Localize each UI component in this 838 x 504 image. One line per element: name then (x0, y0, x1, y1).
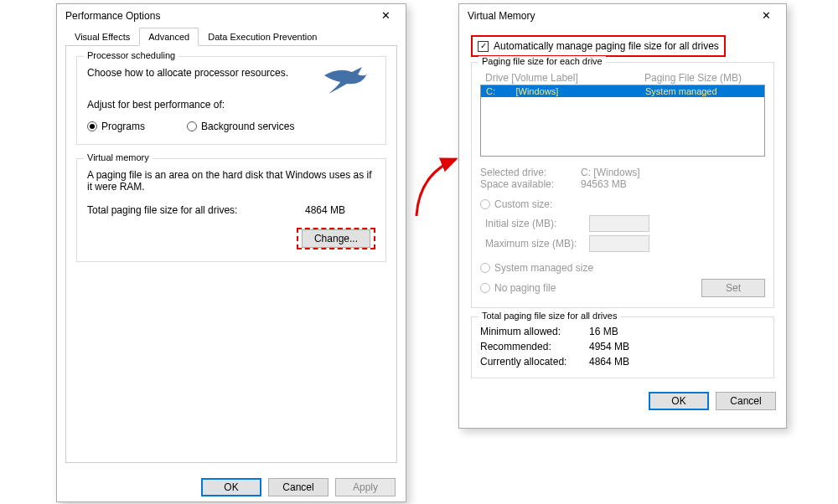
apply-button: Apply (335, 478, 396, 496)
recommended-label: Recommended: (480, 341, 589, 352)
group-title: Paging file size for each drive (478, 56, 606, 66)
space-available-label: Space available: (480, 178, 581, 190)
radio-background[interactable]: Background services (187, 121, 294, 132)
dialog-title: Performance Options (65, 10, 160, 22)
space-available-value: 94563 MB (581, 178, 627, 190)
ok-button[interactable]: OK (201, 478, 261, 496)
no-paging-label: No paging file (494, 282, 556, 294)
advanced-panel: Processor scheduling Choose how to alloc… (65, 46, 397, 463)
maximum-size-label: Maximum size (MB): (480, 238, 589, 249)
group-title: Processor scheduling (84, 50, 178, 60)
change-button[interactable]: Change... (302, 229, 370, 248)
min-allowed-value: 16 MB (589, 326, 618, 337)
radio-dot-icon (187, 121, 197, 131)
dialog-buttons: OK Cancel Apply (57, 471, 406, 504)
group-title: Virtual memory (84, 152, 153, 162)
radio-programs[interactable]: Programs (87, 121, 145, 132)
radio-system-managed: System managed size (480, 262, 765, 274)
adjust-label: Adjust for best performance of: (87, 99, 375, 111)
maximum-size-input (589, 235, 649, 252)
paging-per-drive-group: Paging file size for each drive Drive [V… (471, 62, 774, 308)
custom-size-label: Custom size: (494, 198, 552, 210)
min-allowed-label: Minimum allowed: (480, 326, 589, 337)
titlebar: Performance Options ✕ (57, 4, 406, 27)
tabstrip: Visual Effects Advanced Data Execution P… (65, 27, 397, 46)
tab-advanced[interactable]: Advanced (139, 28, 199, 46)
drive-cell: C: [Windows] (486, 86, 645, 96)
radio-custom-size: Custom size: (480, 198, 765, 210)
total-paging-label: Total paging file size for all drives: (87, 204, 305, 216)
tab-dep[interactable]: Data Execution Prevention (199, 28, 326, 46)
selected-drive-value: C: [Windows] (581, 167, 640, 178)
header-drive: Drive [Volume Label] (485, 72, 644, 84)
system-managed-label: System managed size (494, 262, 593, 274)
close-icon[interactable]: ✕ (753, 9, 779, 22)
auto-manage-label: Automatically manage paging file size fo… (494, 40, 719, 52)
group-title: Total paging file size for all drives (478, 311, 620, 321)
drive-list-header: Drive [Volume Label] Paging File Size (M… (480, 71, 765, 85)
bird-logo-icon (320, 60, 370, 97)
dialog-buttons: OK Cancel (459, 385, 786, 420)
ok-button[interactable]: OK (649, 392, 709, 410)
currently-allocated-label: Currently allocated: (480, 356, 589, 368)
auto-manage-highlight: Automatically manage paging file size fo… (471, 35, 726, 57)
initial-size-label: Initial size (MB): (480, 218, 589, 229)
total-paging-group: Total paging file size for all drives Mi… (471, 316, 774, 378)
processor-scheduling-group: Processor scheduling Choose how to alloc… (76, 56, 386, 145)
header-size: Paging File Size (MB) (644, 72, 760, 84)
drive-row[interactable]: C: [Windows] System managed (481, 85, 764, 97)
drive-list[interactable]: C: [Windows] System managed (480, 85, 765, 157)
cancel-button[interactable]: Cancel (268, 478, 328, 496)
radio-dot-icon (480, 263, 490, 273)
radio-dot-icon (480, 283, 490, 293)
highlight-change: Change... (297, 228, 375, 249)
auto-manage-checkbox[interactable] (478, 41, 489, 52)
tab-visual-effects[interactable]: Visual Effects (65, 28, 139, 46)
vm-desc: A paging file is an area on the hard dis… (87, 169, 372, 193)
initial-size-input (589, 215, 649, 232)
titlebar: Virtual Memory ✕ (459, 4, 786, 27)
cancel-button[interactable]: Cancel (716, 392, 776, 410)
selected-drive-label: Selected drive: (480, 167, 581, 178)
performance-options-dialog: Performance Options ✕ Visual Effects Adv… (56, 3, 406, 502)
currently-allocated-value: 4864 MB (589, 356, 629, 368)
radio-programs-label: Programs (101, 121, 145, 132)
close-icon[interactable]: ✕ (372, 9, 399, 22)
radio-background-label: Background services (201, 121, 294, 132)
virtual-memory-group: Virtual memory A paging file is an area … (76, 158, 386, 262)
total-paging-value: 4864 MB (305, 204, 345, 216)
size-cell: System managed (645, 86, 759, 96)
recommended-value: 4954 MB (589, 341, 629, 352)
radio-no-paging: No paging file (480, 282, 701, 294)
virtual-memory-dialog: Virtual Memory ✕ Automatically manage pa… (458, 3, 787, 429)
radio-dot-icon (480, 199, 490, 209)
set-button: Set (701, 279, 765, 297)
radio-dot-icon (87, 121, 97, 131)
dialog-title: Virtual Memory (468, 10, 535, 22)
